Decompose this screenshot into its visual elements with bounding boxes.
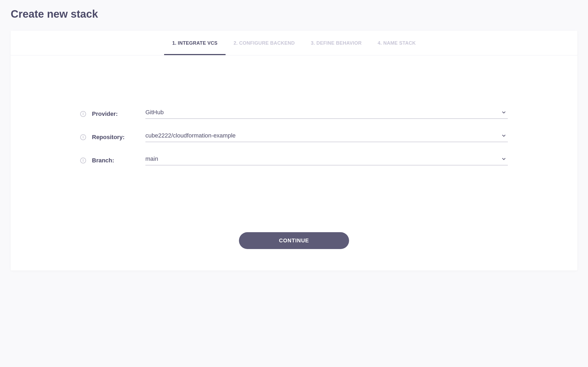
- info-icon[interactable]: [80, 111, 86, 117]
- wizard-tabs: 1. INTEGRATE VCS 2. CONFIGURE BACKEND 3.…: [11, 31, 577, 55]
- chevron-down-icon: [501, 109, 507, 116]
- provider-label: Provider:: [92, 110, 145, 117]
- chevron-down-icon: [501, 133, 507, 140]
- tab-configure-backend[interactable]: 2. CONFIGURE BACKEND: [226, 31, 303, 55]
- form-area: Provider: GitHub Repository: cube2222/cl…: [11, 55, 577, 195]
- branch-select[interactable]: main: [145, 155, 508, 165]
- button-row: CONTINUE: [11, 195, 577, 270]
- branch-row: Branch: main: [80, 155, 508, 165]
- page-title: Create new stack: [11, 8, 577, 20]
- chevron-down-icon: [501, 156, 507, 163]
- tab-name-stack[interactable]: 4. NAME STACK: [370, 31, 424, 55]
- repository-value: cube2222/cloudformation-example: [145, 132, 236, 139]
- repository-label: Repository:: [92, 134, 145, 141]
- repository-row: Repository: cube2222/cloudformation-exam…: [80, 132, 508, 142]
- branch-value: main: [145, 155, 158, 162]
- tab-integrate-vcs[interactable]: 1. INTEGRATE VCS: [164, 31, 226, 55]
- branch-label: Branch:: [92, 157, 145, 164]
- repository-select[interactable]: cube2222/cloudformation-example: [145, 132, 508, 142]
- provider-row: Provider: GitHub: [80, 109, 508, 119]
- tab-define-behavior[interactable]: 3. DEFINE BEHAVIOR: [303, 31, 370, 55]
- info-icon[interactable]: [80, 158, 86, 163]
- provider-value: GitHub: [145, 109, 164, 116]
- provider-select[interactable]: GitHub: [145, 109, 508, 119]
- form-card: 1. INTEGRATE VCS 2. CONFIGURE BACKEND 3.…: [11, 31, 577, 270]
- info-icon[interactable]: [80, 134, 86, 140]
- continue-button[interactable]: CONTINUE: [239, 232, 349, 249]
